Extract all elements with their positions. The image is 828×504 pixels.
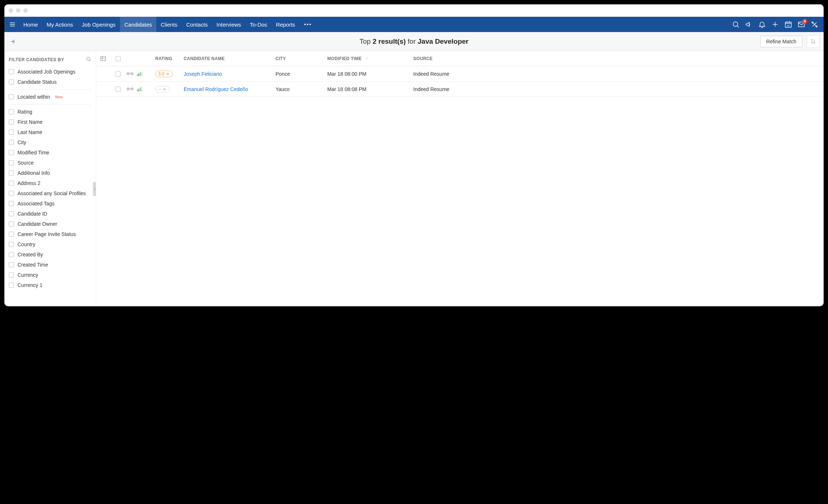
minimize-window[interactable]	[16, 8, 20, 13]
col-rating[interactable]: RATING	[155, 56, 184, 61]
filter-item[interactable]: Candidate Owner	[4, 219, 96, 229]
refine-match-button[interactable]: Refine Match	[760, 36, 802, 47]
layout-toggle[interactable]	[96, 55, 110, 62]
col-candidate-name[interactable]: CANDIDATE NAME	[184, 56, 276, 61]
table-row[interactable]: --★Emanuel Rodríguez CedeñoYaucoMar 18 0…	[96, 82, 824, 97]
checkbox[interactable]	[9, 272, 14, 277]
close-window[interactable]	[9, 8, 13, 13]
results-query: Java Developer	[418, 38, 468, 45]
checkbox[interactable]	[9, 221, 14, 227]
svg-point-8	[87, 57, 90, 60]
nav-contacts[interactable]: Contacts	[182, 17, 212, 32]
col-source[interactable]: SOURCE	[413, 56, 824, 61]
checkbox[interactable]	[9, 109, 14, 114]
filter-item[interactable]: Associated Job Openings	[4, 67, 96, 77]
nav-home[interactable]: Home	[19, 17, 42, 32]
filter-item[interactable]: Created Time	[4, 260, 96, 270]
source-cell: Indeed Resume	[413, 86, 824, 92]
filter-item[interactable]: Additional Info	[4, 168, 96, 178]
row-checkbox[interactable]	[110, 71, 126, 76]
table-header: RATING CANDIDATE NAME CITY MODIFIED TIME…	[96, 51, 824, 66]
checkbox[interactable]	[9, 170, 14, 176]
filter-item[interactable]: Currency 1	[4, 280, 96, 290]
filter-item[interactable]: Currency	[4, 270, 96, 280]
checkbox[interactable]	[9, 150, 14, 155]
filter-located-within[interactable]: Located within New	[4, 92, 96, 102]
calendar-icon[interactable]: 31	[784, 20, 792, 28]
filter-item[interactable]: Modified Time	[4, 147, 96, 158]
search-icon[interactable]	[732, 20, 740, 28]
filter-item[interactable]: Associated Tags	[4, 198, 96, 209]
candidate-link[interactable]: Joseph Feliciano	[184, 71, 222, 77]
city-cell: Yauco	[276, 86, 327, 92]
filter-item[interactable]: Associated any Social Profiles	[4, 188, 96, 198]
filter-label: Associated any Social Profiles	[17, 190, 86, 196]
filter-label: Address 2	[17, 180, 40, 186]
binoculars-icon[interactable]	[126, 86, 134, 92]
nav-clients[interactable]: Clients	[156, 17, 182, 32]
checkbox[interactable]	[9, 181, 14, 186]
announce-icon[interactable]	[745, 20, 753, 28]
filter-item[interactable]: Rating	[4, 107, 96, 117]
modified-cell: Mar 18 08:00 PM	[327, 71, 413, 77]
maximize-window[interactable]	[23, 8, 28, 13]
nav-job-openings[interactable]: Job Openings	[78, 17, 120, 32]
col-modified-time[interactable]: MODIFIED TIME	[327, 56, 413, 61]
nav-todos[interactable]: To-Dos	[246, 17, 272, 32]
checkbox[interactable]	[9, 211, 14, 216]
row-checkbox[interactable]	[110, 87, 126, 92]
filter-item[interactable]: First Name	[4, 117, 96, 127]
checkbox[interactable]	[9, 140, 14, 145]
filter-item[interactable]: Candidate ID	[4, 209, 96, 219]
checkbox[interactable]	[9, 283, 14, 288]
window-controls	[9, 8, 28, 13]
col-city[interactable]: CITY	[276, 56, 327, 61]
collapse-sidebar[interactable]	[93, 182, 96, 196]
checkbox[interactable]	[9, 201, 14, 206]
checkbox[interactable]	[9, 252, 14, 257]
filter-search-icon[interactable]	[86, 56, 91, 63]
select-all-checkbox[interactable]	[110, 56, 126, 61]
filters-title: FILTER CANDIDATES BY	[9, 57, 64, 62]
filter-item[interactable]: Last Name	[4, 127, 96, 137]
menu-icon[interactable]	[6, 17, 19, 32]
nav-interviews[interactable]: Interviews	[212, 17, 246, 32]
checkbox[interactable]	[9, 232, 14, 237]
mail-icon[interactable]: 4	[797, 20, 805, 28]
filter-item[interactable]: Career Page Invite Status	[4, 229, 96, 239]
checkbox[interactable]	[9, 160, 14, 165]
star-icon: ★	[166, 71, 170, 76]
nav-reports[interactable]: Reports	[272, 17, 300, 32]
tools-icon[interactable]	[811, 20, 819, 28]
back-button[interactable]	[4, 38, 23, 45]
filter-item[interactable]: City	[4, 137, 96, 147]
rating-pill: 3.0★	[155, 71, 173, 77]
filter-item[interactable]: Source	[4, 158, 96, 168]
svg-text:31: 31	[787, 24, 790, 27]
filter-label: Created Time	[17, 262, 48, 268]
checkbox[interactable]	[9, 191, 14, 196]
checkbox[interactable]	[9, 130, 14, 135]
filter-label: Rating	[17, 109, 32, 115]
filter-item[interactable]: Country	[4, 239, 96, 249]
bell-icon[interactable]	[758, 20, 766, 28]
table-row[interactable]: 3.0★Joseph FelicianoPonceMar 18 08:00 PM…	[96, 66, 824, 82]
checkbox[interactable]	[9, 262, 14, 267]
checkbox[interactable]	[9, 69, 14, 74]
checkbox[interactable]	[9, 242, 14, 247]
filters-sidebar: FILTER CANDIDATES BY Associated Job Open…	[4, 51, 96, 306]
checkbox[interactable]	[9, 119, 14, 125]
sort-az-button[interactable]: AZ	[807, 35, 819, 48]
nav-candidates[interactable]: Candidates	[120, 17, 156, 32]
candidate-link[interactable]: Emanuel Rodríguez Cedeño	[184, 86, 248, 92]
binoculars-icon[interactable]	[126, 71, 134, 77]
filter-item[interactable]: Address 2	[4, 178, 96, 188]
filter-item[interactable]: Candidate Status	[4, 77, 96, 87]
app-window: Home My Actions Job Openings Candidates …	[4, 4, 824, 306]
nav-more[interactable]	[300, 17, 316, 32]
star-icon: ★	[163, 87, 167, 92]
nav-my-actions[interactable]: My Actions	[42, 17, 78, 32]
filter-item[interactable]: Created By	[4, 249, 96, 260]
add-icon[interactable]	[771, 20, 779, 28]
checkbox[interactable]	[9, 79, 14, 84]
